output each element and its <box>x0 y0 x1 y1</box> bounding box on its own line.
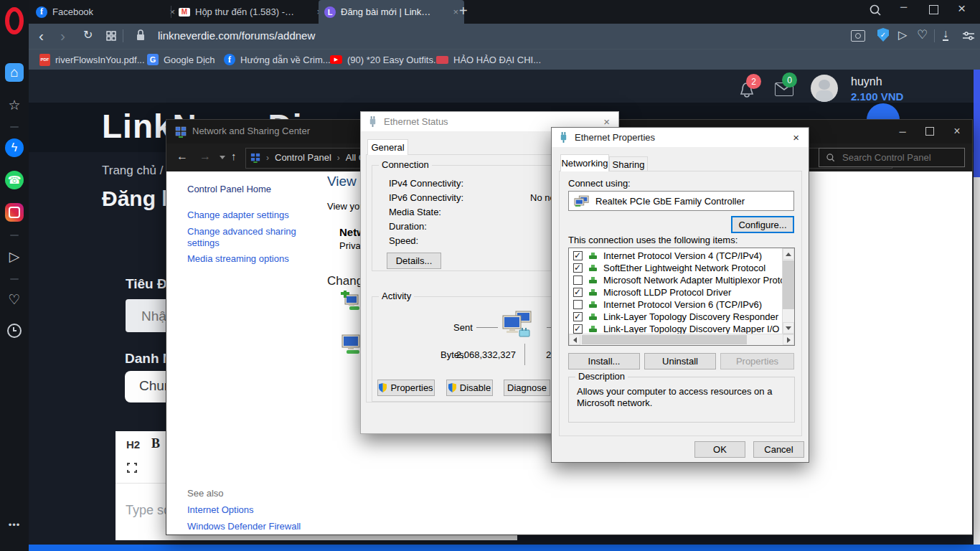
bookmark-heart-icon[interactable]: ♡ <box>917 29 928 41</box>
bookmark-youtube[interactable]: ▶ (90) *20 Easy Outfits... <box>330 52 441 67</box>
ethernet-properties-titlebar[interactable]: Ethernet Properties × <box>552 128 809 147</box>
uac-shield-icon <box>448 383 456 392</box>
instagram-icon[interactable] <box>5 203 24 222</box>
tab-gmail[interactable]: M Hộp thư đến (1.583) - huyn × <box>173 0 328 24</box>
nsc-maximize-button[interactable] <box>918 122 942 141</box>
tab-facebook[interactable]: f Facebook × <box>30 0 181 24</box>
ipv4-label: IPv4 Connectivity: <box>389 178 463 189</box>
scroll-up-arrow[interactable] <box>783 248 794 260</box>
my-flow-icon[interactable]: ▷ <box>5 247 24 265</box>
whatsapp-icon[interactable]: ☎ <box>5 171 24 189</box>
scroll-left-arrow[interactable] <box>569 334 580 345</box>
username[interactable]: huynh <box>851 75 882 88</box>
troubleshoot-problems-icon[interactable] <box>341 334 361 357</box>
protocol-item-3[interactable]: Microsoft LLDP Protocol Driver <box>569 286 782 298</box>
crumb-control-panel[interactable]: Control Panel <box>275 152 331 163</box>
protocol-icon <box>589 265 597 271</box>
lock-icon[interactable] <box>136 29 145 41</box>
bookmarks-star-icon[interactable]: ☆ <box>5 95 24 114</box>
sidebar-item-media-streaming[interactable]: Media streaming options <box>187 253 289 264</box>
properties-button[interactable]: Properties <box>720 353 794 369</box>
link-windows-defender-firewall[interactable]: Windows Defender Firewall <box>187 521 301 532</box>
snapshot-camera-icon[interactable] <box>851 30 865 42</box>
adblock-shield-icon[interactable]: ✓ <box>877 28 889 42</box>
list-hscrollbar[interactable] <box>569 334 794 345</box>
nsc-up-button[interactable]: ↑ <box>231 150 237 162</box>
nsc-history-chevron-icon[interactable] <box>220 156 225 159</box>
list-vscrollbar[interactable] <box>782 248 794 334</box>
tab-label: Hộp thư đến (1.583) - huyn <box>195 6 296 17</box>
tab-general[interactable]: General <box>367 139 408 155</box>
ethernet-status-close-icon[interactable]: × <box>603 116 610 128</box>
editor-fullscreen-icon[interactable] <box>127 463 137 473</box>
status-properties-button[interactable]: Properties <box>377 380 435 396</box>
sidebar-item-change-advanced-sharing[interactable]: Change advanced sharing settings <box>187 226 298 249</box>
protocol-item-4[interactable]: Internet Protocol Version 6 (TCP/IPv6) <box>569 298 782 311</box>
window-close-button[interactable]: × <box>958 1 966 17</box>
tab-linkneverdie-active[interactable]: L Đăng bài mới | LinkNeverD × <box>319 0 464 24</box>
link-internet-options[interactable]: Internet Options <box>187 504 254 515</box>
flow-plane-icon[interactable]: ▷ <box>898 29 907 41</box>
nsc-minimize-button[interactable]: ─ <box>890 122 915 141</box>
editor-bold-button[interactable]: B <box>151 436 160 451</box>
sidebar-menu-dots-icon[interactable]: ••• <box>5 515 24 534</box>
nsc-back-button[interactable]: ← <box>176 150 188 163</box>
scroll-down-arrow[interactable] <box>783 322 794 334</box>
protocol-item-1[interactable]: SoftEther Lightweight Network Protocol <box>569 262 782 274</box>
opera-logo-icon[interactable] <box>5 11 24 30</box>
tab-networking[interactable]: Networking <box>560 154 609 171</box>
bookmark-pdf[interactable]: PDF riverFlowsInYou.pdf... <box>39 52 145 67</box>
window-restore-button[interactable] <box>929 5 938 14</box>
url-text[interactable]: linkneverdie.com/forums/addnew <box>158 29 315 42</box>
page-scrollbar-thumb[interactable] <box>974 70 980 177</box>
ok-button[interactable]: OK <box>694 441 745 458</box>
protocol-item-0[interactable]: Internet Protocol Version 4 (TCP/IPv4) <box>569 250 782 262</box>
editor-h2-button[interactable]: H2 <box>126 438 140 451</box>
tab-sharing[interactable]: Sharing <box>609 156 648 171</box>
speed-dial-icon[interactable]: ⌂ <box>5 63 24 82</box>
status-diagnose-button[interactable]: Diagnose <box>504 380 550 396</box>
avatar[interactable] <box>811 75 838 102</box>
details-button[interactable]: Details... <box>387 253 441 269</box>
bookmark-haohao[interactable]: HẢO HẢO ĐẠI CHI... <box>436 52 541 67</box>
downloads-icon[interactable]: ↓ <box>943 28 948 41</box>
protocol-icon <box>589 277 597 283</box>
uninstall-button[interactable]: Uninstall <box>644 353 716 369</box>
protocol-listbox[interactable]: Internet Protocol Version 4 (TCP/IPv4) S… <box>568 248 795 346</box>
personal-news-heart-icon[interactable]: ♡ <box>5 290 24 309</box>
new-tab-button[interactable]: + <box>459 3 468 19</box>
forward-button[interactable]: › <box>60 28 65 43</box>
vscroll-thumb[interactable] <box>783 260 794 309</box>
history-clock-icon[interactable] <box>5 321 24 340</box>
setup-new-connection-icon[interactable] <box>339 291 362 315</box>
browser-search-icon[interactable] <box>868 3 882 20</box>
install-button[interactable]: Install... <box>568 353 640 369</box>
page-breadcrumb[interactable]: Trang chủ / <box>102 164 163 178</box>
nsc-close-button[interactable]: × <box>945 122 969 141</box>
sidebar-item-change-adapter-settings[interactable]: Change adapter settings <box>187 209 289 220</box>
messenger-icon[interactable]: ϟ <box>5 138 24 157</box>
tab-close-icon[interactable]: × <box>453 6 458 17</box>
back-button[interactable]: ‹ <box>39 28 44 43</box>
scroll-right-arrow[interactable] <box>783 334 794 345</box>
speed-dial-grid-icon[interactable] <box>106 31 116 41</box>
sidebar-item-control-panel-home[interactable]: Control Panel Home <box>187 184 271 194</box>
reload-button[interactable]: ↻ <box>83 29 93 41</box>
status-disable-button[interactable]: Disable <box>446 380 493 396</box>
protocol-item-5[interactable]: Link-Layer Topology Discovery Responder <box>569 311 782 323</box>
hscroll-thumb[interactable] <box>582 335 747 344</box>
nsc-search-box[interactable] <box>819 148 965 167</box>
nsc-search-input[interactable] <box>841 151 958 164</box>
page-scrollbar[interactable] <box>974 70 980 545</box>
nsc-forward-button[interactable]: → <box>199 150 211 163</box>
ethernet-properties-close-icon[interactable]: × <box>793 131 799 143</box>
balance[interactable]: 2.100 VND <box>851 90 903 103</box>
bookmark-facebook[interactable]: f Hướng dẫn về Crim... <box>224 52 331 67</box>
protocol-icon <box>589 253 597 259</box>
bookmark-google-translate[interactable]: G Google Dịch <box>147 52 215 67</box>
protocol-item-2[interactable]: Microsoft Network Adapter Multiplexor Pr… <box>569 274 782 286</box>
cancel-button[interactable]: Cancel <box>753 441 804 458</box>
easy-setup-sliders-icon[interactable] <box>963 31 974 41</box>
window-minimize-button[interactable]: ─ <box>900 1 907 12</box>
configure-button[interactable]: Configure... <box>731 216 794 233</box>
